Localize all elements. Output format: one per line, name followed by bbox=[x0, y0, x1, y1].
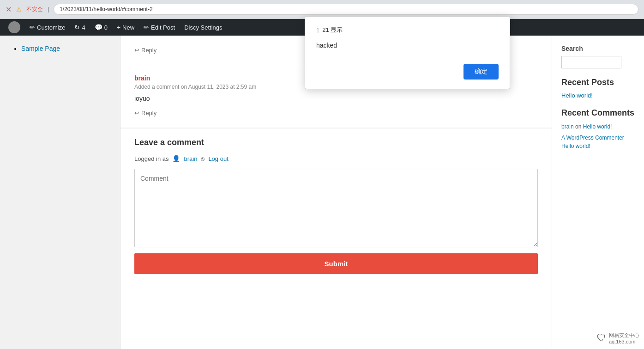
updates-count: 4 bbox=[82, 24, 85, 31]
plus-icon: + bbox=[117, 24, 120, 31]
submit-button[interactable]: Submit bbox=[134, 253, 538, 274]
warning-icon: ⚠ bbox=[16, 6, 22, 13]
updates-button[interactable]: ↻ 4 bbox=[70, 19, 90, 36]
left-nav: Sample Page bbox=[0, 36, 120, 349]
edit-post-button[interactable]: ✏ Edit Post bbox=[139, 19, 180, 36]
edit-post-label: Edit Post bbox=[151, 24, 175, 31]
sample-page-link[interactable]: Sample Page bbox=[21, 45, 60, 52]
commenter-1-post-link[interactable]: Hello world! bbox=[583, 123, 612, 130]
comments-count: 0 bbox=[104, 24, 108, 31]
security-label: 不安全 bbox=[26, 6, 43, 13]
url-bar[interactable]: 1/2023/08/11/hello-world/#comment-2 bbox=[54, 4, 638, 15]
customize-label: Customize bbox=[37, 24, 65, 31]
close-icon[interactable]: ✕ bbox=[6, 5, 12, 14]
discy-settings-label: Discy Settings bbox=[184, 24, 222, 31]
commenter-2-link[interactable]: A WordPress Commenter bbox=[561, 135, 624, 141]
edit-icon: ✏ bbox=[144, 24, 149, 31]
recent-comment-1: brain on Hello world! bbox=[561, 122, 635, 131]
alert-site-name: 1 bbox=[316, 27, 319, 34]
commenter-2-post-link[interactable]: Hello world! bbox=[561, 143, 590, 149]
alert-confirm-button[interactable]: 确定 bbox=[463, 64, 499, 80]
leave-comment-section: Leave a comment Logged in as 👤 brain ⎋ L… bbox=[120, 129, 552, 283]
new-button[interactable]: + New bbox=[112, 19, 139, 36]
comments-icon: 💬 bbox=[95, 24, 102, 31]
comment-textarea[interactable] bbox=[134, 169, 538, 247]
updates-icon: ↻ bbox=[74, 24, 80, 31]
alert-footer: 确定 bbox=[316, 64, 499, 80]
url-display: | bbox=[48, 6, 49, 12]
comment-2-text: ioyuo bbox=[134, 95, 538, 102]
recent-comments-title: Recent Comments bbox=[561, 108, 635, 118]
search-input[interactable] bbox=[561, 56, 621, 68]
alert-site-suffix: 21 显示 bbox=[322, 26, 343, 34]
logged-in-bar: Logged in as 👤 brain ⎋ Log out bbox=[134, 155, 538, 162]
new-label: New bbox=[122, 24, 134, 31]
alert-title-bar: 1 21 显示 bbox=[316, 26, 499, 34]
reply-arrow-1: ↩ bbox=[134, 47, 139, 54]
reply-2-label: Reply bbox=[141, 110, 156, 116]
avatar bbox=[8, 21, 20, 33]
admin-avatar[interactable] bbox=[4, 19, 25, 36]
comments-button[interactable]: 💬 0 bbox=[90, 19, 112, 36]
commenter-1-link[interactable]: brain bbox=[561, 123, 574, 130]
discy-settings-button[interactable]: Discy Settings bbox=[180, 19, 227, 36]
reply-1-label: Reply bbox=[141, 47, 156, 54]
sidebar: Search Recent Posts Hello world! Recent … bbox=[552, 36, 644, 349]
search-title: Search bbox=[561, 45, 635, 52]
shield-icon: 🛡 bbox=[597, 333, 606, 343]
reply-2-link[interactable]: ↩ Reply bbox=[134, 108, 538, 118]
alert-message: hacked bbox=[316, 42, 499, 53]
username-link[interactable]: brain bbox=[184, 155, 197, 162]
recent-posts-title: Recent Posts bbox=[561, 78, 635, 87]
alert-dialog: 1 21 显示 hacked 确定 bbox=[305, 16, 510, 89]
customize-button[interactable]: ✏ Customize bbox=[25, 19, 70, 36]
logged-in-as-label: Logged in as bbox=[134, 155, 169, 162]
leave-comment-title: Leave a comment bbox=[134, 138, 538, 147]
reply-arrow-2: ↩ bbox=[134, 110, 139, 116]
recent-post-1-link[interactable]: Hello world! bbox=[561, 92, 635, 99]
logout-icon: ⎋ bbox=[201, 155, 205, 162]
watermark-url: aq.163.com bbox=[609, 339, 639, 344]
watermark: 🛡 网易安全中心 aq.163.com bbox=[597, 332, 639, 344]
recent-comment-2: A WordPress Commenter Hello world! bbox=[561, 134, 635, 150]
logout-link[interactable]: Log out bbox=[208, 155, 228, 162]
watermark-brand: 网易安全中心 bbox=[609, 332, 639, 339]
user-icon: 👤 bbox=[172, 155, 180, 162]
customize-icon: ✏ bbox=[30, 24, 35, 31]
